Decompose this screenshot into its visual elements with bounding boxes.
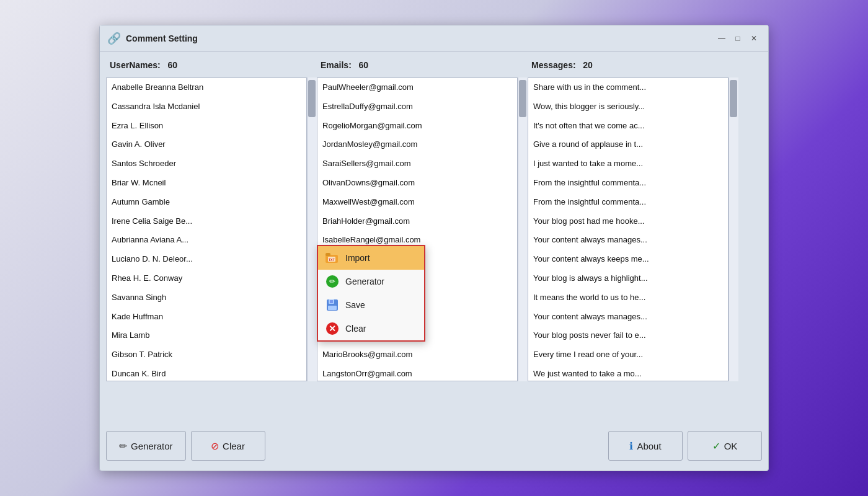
emails-header: Emails: 60 <box>317 58 528 73</box>
svg-text:TXT: TXT <box>329 258 334 262</box>
footer-left-buttons: ✏ Generator ⊘ Clear <box>106 431 265 461</box>
list-item[interactable]: Gavin A. Oliver <box>107 135 306 154</box>
footer: ✏ Generator ⊘ Clear ℹ About ✓ OK <box>106 425 762 464</box>
save-icon <box>326 298 339 312</box>
ctx-save-label: Save <box>345 300 365 310</box>
window-controls: — □ ✕ <box>715 32 761 45</box>
ctx-clear-label: Clear <box>345 324 366 334</box>
list-item[interactable]: Luciano D. N. Deleor... <box>107 250 306 269</box>
maximize-button[interactable]: □ <box>731 32 745 45</box>
usernames-scrollbar[interactable] <box>307 78 317 381</box>
main-window: 🔗 Comment Setting — □ ✕ UserNames: 60 Em… <box>99 25 769 471</box>
close-button[interactable]: ✕ <box>747 32 761 45</box>
list-item[interactable]: Your content always manages... <box>528 231 728 250</box>
list-item[interactable]: Share with us in the comment... <box>528 78 728 97</box>
list-item[interactable]: Your blog posts never fail to e... <box>528 326 728 345</box>
list-item[interactable]: LangstonOrr@gmail.com <box>317 365 517 381</box>
ctx-import-label: Import <box>345 253 370 263</box>
usernames-panel-wrapper: Anabelle Breanna BeltranCassandra Isla M… <box>106 78 317 381</box>
list-item[interactable]: Gibson T. Patrick <box>107 345 306 365</box>
messages-list[interactable]: Share with us in the comment...Wow, this… <box>528 78 728 381</box>
clear-button[interactable]: ⊘ Clear <box>191 431 265 461</box>
check-icon: ✓ <box>712 440 720 452</box>
messages-scrollbar[interactable] <box>728 78 738 381</box>
ctx-generator[interactable]: ✏ Generator <box>318 270 424 293</box>
list-item[interactable]: Wow, this blogger is seriously... <box>528 97 728 117</box>
messages-scroll-thumb[interactable] <box>730 80 737 117</box>
list-item[interactable]: SaraiSellers@gmail.com <box>317 154 517 174</box>
minimize-button[interactable]: — <box>715 32 728 45</box>
list-item[interactable]: I just wanted to take a mome... <box>528 154 728 174</box>
list-item[interactable]: Santos Schroeder <box>107 154 306 174</box>
ctx-clear[interactable]: ✕ Clear <box>318 317 424 340</box>
list-item[interactable]: MaxwellWest@gmail.com <box>317 193 517 212</box>
list-item[interactable]: Anabelle Breanna Beltran <box>107 78 306 97</box>
list-item[interactable]: It means the world to us to he... <box>528 288 728 308</box>
list-item[interactable]: Your blog is always a highlight... <box>528 269 728 288</box>
list-item[interactable]: Duncan K. Bird <box>107 365 306 381</box>
list-item[interactable]: Mira Lamb <box>107 326 306 345</box>
emails-scroll-thumb[interactable] <box>519 80 526 117</box>
list-item[interactable]: JordanMosley@gmail.com <box>317 135 517 154</box>
list-item[interactable]: Ezra L. Ellison <box>107 117 306 136</box>
emails-scrollbar[interactable] <box>518 78 528 381</box>
generator-icon: ✏ <box>326 275 339 288</box>
svg-rect-2 <box>326 253 330 256</box>
list-item[interactable]: Autumn Gamble <box>107 193 306 212</box>
list-item[interactable]: It's not often that we come ac... <box>528 117 728 136</box>
list-item[interactable]: Aubrianna Aviana A... <box>107 231 306 250</box>
info-icon: ℹ <box>629 440 633 452</box>
messages-header: Messages: 20 <box>528 58 738 73</box>
list-item[interactable]: We just wanted to take a mo... <box>528 365 728 381</box>
window-title: Comment Setting <box>126 33 198 43</box>
content-area: UserNames: 60 Emails: 60 Messages: 20 An… <box>100 51 768 471</box>
ctx-import[interactable]: TXT Import <box>318 246 424 270</box>
pencil-icon: ✏ <box>119 440 127 452</box>
ctx-save[interactable]: Save <box>318 293 424 317</box>
list-item[interactable]: MarioBrooks@gmail.com <box>317 345 517 365</box>
about-btn-label: About <box>637 441 661 451</box>
ok-btn-label: OK <box>724 441 738 451</box>
generator-button[interactable]: ✏ Generator <box>106 431 186 461</box>
app-icon: 🔗 <box>107 32 121 45</box>
generator-btn-label: Generator <box>131 441 173 451</box>
about-button[interactable]: ℹ About <box>608 431 683 461</box>
list-item[interactable]: Your content always keeps me... <box>528 250 728 269</box>
usernames-scroll-thumb[interactable] <box>308 80 316 117</box>
svg-rect-8 <box>328 306 337 310</box>
svg-rect-7 <box>330 300 333 303</box>
title-bar: 🔗 Comment Setting — □ ✕ <box>100 25 768 51</box>
list-item[interactable]: Every time I read one of your... <box>528 345 728 365</box>
list-item[interactable]: RogelioMorgan@gmail.com <box>317 117 517 136</box>
list-item[interactable]: Rhea H. E. Conway <box>107 269 306 288</box>
column-headers: UserNames: 60 Emails: 60 Messages: 20 <box>106 58 762 73</box>
list-item[interactable]: From the insightful commenta... <box>528 174 728 193</box>
clear-btn-label: Clear <box>223 441 245 451</box>
list-item[interactable]: Irene Celia Saige Be... <box>107 212 306 231</box>
list-item[interactable]: Savanna Singh <box>107 288 306 308</box>
list-item[interactable]: Give a round of applause in t... <box>528 135 728 154</box>
ok-button[interactable]: ✓ OK <box>688 431 762 461</box>
list-item[interactable]: BriahHolder@gmail.com <box>317 212 517 231</box>
context-menu: TXT Import ✏ Generator <box>317 245 425 342</box>
ctx-generator-label: Generator <box>345 277 384 286</box>
list-item[interactable]: From the insightful commenta... <box>528 193 728 212</box>
no-icon: ⊘ <box>211 440 219 452</box>
list-item[interactable]: PaulWheeler@gmail.com <box>317 78 517 97</box>
messages-panel-wrapper: Share with us in the comment...Wow, this… <box>528 78 738 381</box>
usernames-header: UserNames: 60 <box>106 58 317 73</box>
footer-right-buttons: ℹ About ✓ OK <box>608 431 762 461</box>
list-item[interactable]: Your blog post had me hooke... <box>528 212 728 231</box>
list-item[interactable]: Kade Huffman <box>107 308 306 327</box>
lists-container: Anabelle Breanna BeltranCassandra Isla M… <box>106 78 762 420</box>
title-bar-left: 🔗 Comment Setting <box>107 32 198 45</box>
usernames-list[interactable]: Anabelle Breanna BeltranCassandra Isla M… <box>106 78 307 381</box>
import-icon: TXT <box>326 251 339 265</box>
list-item[interactable]: Your content always manages... <box>528 308 728 327</box>
clear-icon: ✕ <box>326 322 339 335</box>
list-item[interactable]: OlivanDowns@gmail.com <box>317 174 517 193</box>
list-item[interactable]: Briar W. Mcneil <box>107 174 306 193</box>
list-item[interactable]: Cassandra Isla Mcdaniel <box>107 97 306 117</box>
list-item[interactable]: EstrellaDuffy@gmail.com <box>317 97 517 117</box>
